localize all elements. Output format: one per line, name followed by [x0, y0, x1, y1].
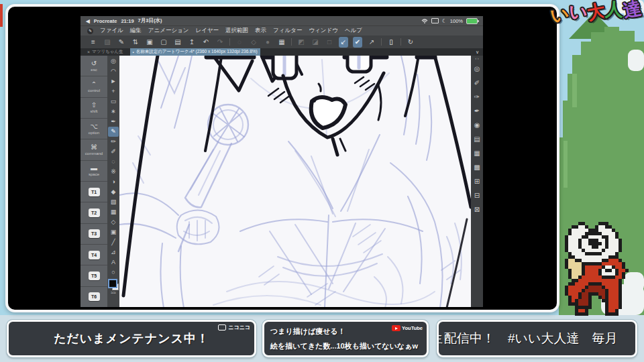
brush-tool[interactable]: ✐: [108, 147, 119, 157]
new-file-icon[interactable]: ▢: [159, 37, 168, 48]
menu-item-3[interactable]: アニメーション: [148, 27, 189, 35]
auto-select-tool[interactable]: ∗: [108, 107, 119, 117]
redo-icon[interactable]: ↷: [215, 37, 225, 48]
shortcut-key-9[interactable]: T3: [80, 224, 107, 245]
invert-select-icon[interactable]: ◇: [249, 37, 258, 48]
frame-tool[interactable]: ▣: [108, 227, 119, 237]
menu-item-7[interactable]: フィルター: [273, 27, 302, 35]
back-to-app-icon[interactable]: ◀: [86, 18, 90, 24]
layer-clip-icon[interactable]: ◪: [311, 37, 320, 48]
brush-size-panel-icon[interactable]: ✒: [472, 104, 482, 118]
navigator-panel-icon[interactable]: ◎: [472, 62, 482, 76]
tone-tool[interactable]: ▦: [108, 207, 119, 217]
quick-mask-icon[interactable]: ●: [263, 37, 272, 48]
T1-key-box: T1: [89, 188, 100, 196]
layer-lock-icon[interactable]: □: [325, 37, 334, 48]
menu-item-1[interactable]: ファイル: [100, 27, 123, 35]
undo-icon[interactable]: ↶: [201, 37, 211, 48]
material-panel-icon[interactable]: ▩: [472, 160, 482, 174]
text-tool[interactable]: A: [108, 257, 119, 267]
panel-collapse-arrows-icon[interactable]: ‹ ›: [475, 56, 479, 62]
niconico-label: ニコニコ: [228, 324, 250, 331]
color-wheel-panel-icon[interactable]: ◉: [472, 118, 482, 132]
ticker-text: 生配信中！ #いい大人達 毎月: [439, 330, 617, 347]
snap-ruler-icon[interactable]: ↙: [339, 37, 348, 48]
canvas-tab-2[interactable]: ▪名称未設定のアートワーク-4* (2360 x 1640px 132dpi 2…: [130, 48, 260, 56]
deselect-icon[interactable]: ◌: [235, 37, 244, 48]
tab-list: ×マツリちゃん生▪名称未設定のアートワーク-4* (2360 x 1640px …: [85, 48, 260, 56]
shortcut-key-1[interactable]: ↺esc: [80, 56, 107, 76]
reorder-icon[interactable]: ⇅: [131, 37, 140, 48]
pencil-tool[interactable]: ✏: [108, 137, 119, 147]
canvas-sketch: [119, 56, 471, 307]
sub-tool-panel-icon[interactable]: ✐: [472, 76, 482, 90]
blend-tool[interactable]: ◑: [108, 177, 119, 187]
export-icon[interactable]: ↥: [187, 37, 197, 48]
shortcut-key-11[interactable]: T5: [80, 265, 107, 286]
clip-studio-icon[interactable]: ✎: [87, 28, 93, 34]
menu-item-2[interactable]: 編集: [130, 27, 142, 35]
ellipse-tool[interactable]: ○: [108, 267, 119, 278]
figure-tool[interactable]: ◇: [108, 217, 119, 227]
tablet-mode-icon[interactable]: ▯: [386, 37, 396, 48]
main-menu-icon[interactable]: ≡: [89, 37, 98, 48]
menu-item-9[interactable]: ヘルプ: [345, 27, 362, 35]
drawing-canvas[interactable]: [119, 56, 471, 307]
tool-property-panel-icon[interactable]: ✑: [472, 90, 482, 104]
airbrush-tool[interactable]: ◌: [108, 157, 119, 167]
menu-item-8[interactable]: ウィンドウ: [309, 27, 338, 35]
logo-letter-1: い: [549, 4, 570, 25]
youtube-label: YouTube: [402, 325, 423, 331]
shortcut-key-5[interactable]: ⌘command: [80, 139, 107, 160]
tab-overflow-chevron-icon[interactable]: ∨: [476, 50, 479, 55]
ruler-tool[interactable]: ⊿: [108, 247, 119, 257]
menu-item-5[interactable]: 選択範囲: [225, 27, 248, 35]
open-folder-icon[interactable]: ▤: [173, 37, 182, 48]
layer-panel-icon[interactable]: ⊟: [472, 188, 482, 202]
rotate-reset-icon[interactable]: ↻: [406, 37, 415, 48]
line-tool[interactable]: ╱: [108, 237, 119, 247]
canvas-tab-1[interactable]: ×マツリちゃん生: [85, 48, 126, 56]
decoration-tool[interactable]: ※: [108, 167, 119, 177]
snap-grid-icon[interactable]: ↗: [367, 37, 376, 48]
shortcut-key-8[interactable]: T2: [80, 202, 107, 223]
command-key-label: command: [85, 152, 103, 156]
menu-item-4[interactable]: レイヤー: [196, 27, 219, 35]
gallery-icon[interactable]: ▨: [103, 37, 112, 48]
hand-tool[interactable]: ◠: [108, 66, 119, 76]
layer-mask-icon[interactable]: ◩: [297, 37, 306, 48]
timeline-panel-icon[interactable]: ⊠: [472, 202, 482, 217]
toolbar-separator-3[interactable]: [381, 38, 382, 46]
shortcut-key-10[interactable]: T4: [80, 245, 107, 265]
color-mixing-panel-icon[interactable]: ▦: [472, 146, 482, 160]
swatch-scroll-icon: ≈≈: [111, 290, 116, 296]
tab-close-icon[interactable]: ×: [87, 50, 90, 54]
shortcut-key-12[interactable]: T6: [80, 287, 107, 307]
shortcut-key-4[interactable]: ⌥option: [80, 119, 107, 139]
toolbar-separator-4[interactable]: [400, 38, 401, 46]
shortcut-key-3[interactable]: ⇧shift: [80, 98, 107, 119]
camera-icon[interactable]: ▣: [145, 37, 154, 48]
edit-icon[interactable]: ✎: [117, 37, 126, 48]
shortcut-key-2[interactable]: ⌃control: [80, 76, 107, 97]
shortcut-key-7[interactable]: T1: [80, 182, 107, 202]
menu-item-6[interactable]: 表示: [255, 27, 266, 35]
toolbar-separator-1[interactable]: [229, 38, 230, 46]
toolbar-separator-2[interactable]: [291, 38, 292, 46]
status-app-name[interactable]: Procreate: [94, 18, 117, 24]
crop-icon[interactable]: ▦: [277, 37, 286, 48]
zoom-tool[interactable]: ◎: [108, 56, 119, 66]
snap-special-ruler-icon[interactable]: ✔: [353, 37, 362, 48]
shortcut-key-6[interactable]: ▬space: [80, 161, 107, 182]
sub-view-panel-icon[interactable]: ⊞: [472, 174, 482, 188]
eyedropper-tool[interactable]: ✒: [108, 117, 119, 127]
main-color-swatch[interactable]: [108, 279, 117, 288]
gradient-tool[interactable]: ▧: [108, 197, 119, 207]
color-set-panel-icon[interactable]: ▤: [472, 132, 482, 146]
operation-tool[interactable]: ►: [108, 76, 119, 86]
pen-tool[interactable]: ✎: [108, 127, 119, 137]
fill-tool[interactable]: ◆: [108, 187, 119, 197]
color-swatches[interactable]: [108, 279, 119, 290]
move-tool[interactable]: +: [108, 86, 119, 97]
marquee-tool[interactable]: ▭: [108, 97, 119, 107]
